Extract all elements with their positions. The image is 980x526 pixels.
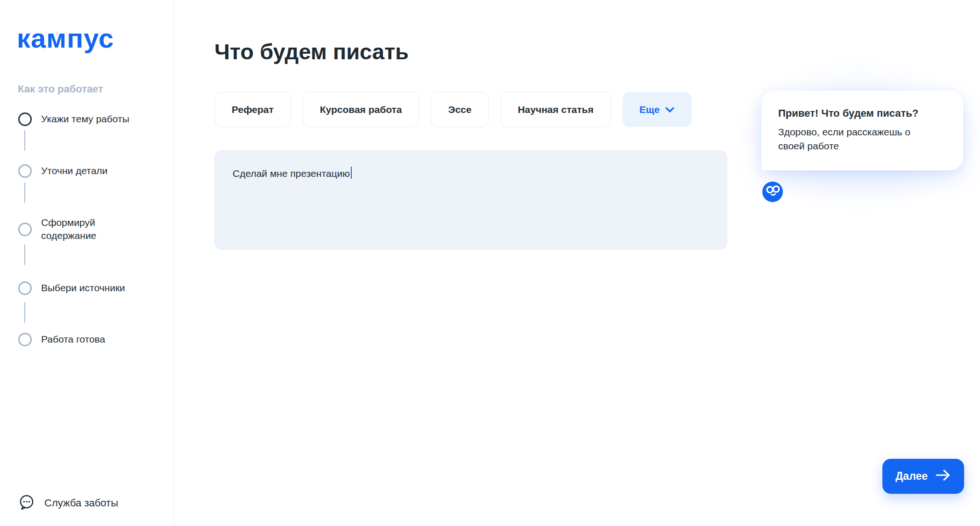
- page-title: Что будем писать: [214, 39, 409, 64]
- chevron-down-icon: [665, 104, 675, 115]
- sidebar: кампус Как это работает Укажи тему работ…: [0, 0, 174, 526]
- stepper-step-sources: Выбери источники: [18, 281, 125, 295]
- topic-text: Сделай мне презентацию: [233, 168, 350, 179]
- stepper-step-topic: Укажи тему работы: [18, 112, 129, 126]
- step-connector: [24, 302, 25, 323]
- stepper-step-contents: Сформируй содержание: [18, 216, 130, 243]
- step-connector: [24, 182, 25, 203]
- support-service-link[interactable]: Служба заботы: [18, 494, 118, 512]
- step-connector: [24, 245, 25, 265]
- brand-logo: кампус: [17, 22, 114, 54]
- arrow-right-icon: [935, 469, 951, 484]
- assistant-greeting-body: Здорово, если расскажешь о своей работе: [778, 125, 937, 154]
- chip-more-label: Еще: [639, 104, 660, 115]
- chip-nauchnaya-statya[interactable]: Научная статья: [500, 92, 611, 127]
- text-caret: [351, 167, 352, 179]
- step-circle: [18, 164, 32, 178]
- how-it-works-label: Как это работает: [18, 83, 103, 95]
- assistant-greeting-title: Привет! Что будем писать?: [778, 107, 946, 119]
- glasses-mascot-icon: [762, 181, 783, 203]
- support-service-label: Служба заботы: [44, 497, 118, 509]
- app-root: кампус Как это работает Укажи тему работ…: [0, 0, 980, 526]
- step-circle: [18, 333, 32, 346]
- step-label: Укажи тему работы: [41, 112, 129, 126]
- step-label: Работа готова: [41, 333, 105, 346]
- assistant-message-bubble: Привет! Что будем писать? Здорово, если …: [761, 91, 963, 170]
- step-label: Сформируй содержание: [41, 216, 130, 243]
- stepper-step-done: Работа готова: [18, 333, 105, 346]
- assistant-avatar: [762, 182, 783, 202]
- step-connector: [24, 130, 25, 151]
- next-button[interactable]: Далее: [882, 459, 964, 494]
- chip-esse[interactable]: Эссе: [431, 92, 489, 127]
- next-button-label: Далее: [895, 470, 928, 483]
- chip-more-dropdown[interactable]: Еще: [623, 92, 691, 127]
- step-circle-active: [18, 112, 32, 126]
- work-type-chips: Реферат Курсовая работа Эссе Научная ста…: [214, 92, 691, 127]
- topic-textarea[interactable]: Сделай мне презентацию: [214, 150, 727, 250]
- step-circle: [18, 281, 32, 295]
- chip-referat[interactable]: Реферат: [214, 92, 291, 127]
- stepper-step-details: Уточни детали: [18, 164, 107, 178]
- step-circle: [18, 223, 32, 236]
- step-label: Уточни детали: [41, 164, 107, 177]
- step-label: Выбери источники: [41, 281, 125, 295]
- chip-kursovaya[interactable]: Курсовая работа: [303, 92, 419, 127]
- chat-bubble-dots-icon: [18, 494, 35, 512]
